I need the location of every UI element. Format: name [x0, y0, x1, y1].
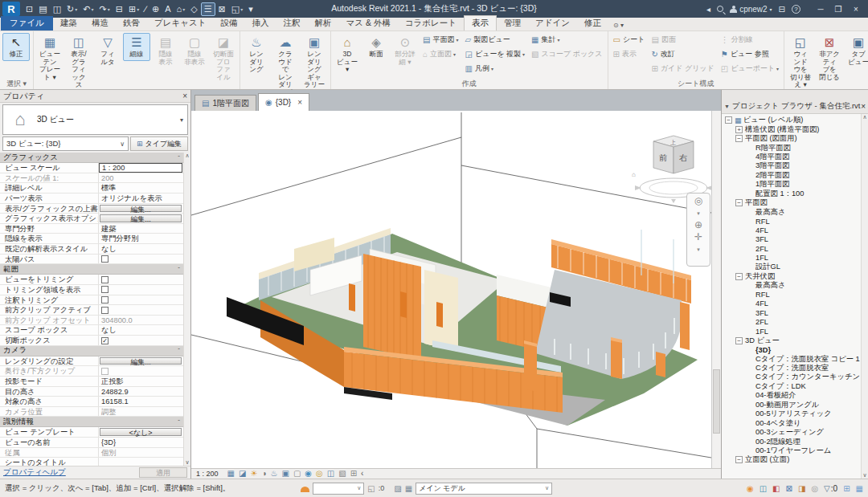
instance-selector[interactable]: 3D ビュー: {3D}∨: [2, 136, 129, 151]
qat-measure-icon[interactable]: ⊞▾: [126, 3, 141, 15]
tree-item[interactable]: 2FL: [722, 244, 861, 253]
property-edit-button[interactable]: 編集...: [100, 357, 182, 365]
view-tab-1階平面図[interactable]: ▤1階平面図: [194, 95, 256, 111]
filter-button[interactable]: ▽フィルタ: [94, 33, 121, 68]
crop-view-icon[interactable]: ▣: [281, 469, 289, 479]
tree-toggle-icon[interactable]: +: [735, 126, 743, 133]
ribbon-tab-コラボレート[interactable]: コラボレート: [398, 16, 464, 31]
tree-item[interactable]: 3階平面図: [722, 161, 861, 170]
property-edit-button[interactable]: 編集...: [100, 205, 182, 213]
render-button[interactable]: ♨レンダリング: [243, 33, 270, 76]
tab-views-button[interactable]: ▣タブ ビュー: [845, 33, 868, 68]
close-request-icon[interactable]: ⊠: [786, 484, 792, 493]
qat-undo-icon[interactable]: ↶▾: [80, 3, 96, 15]
tree-item[interactable]: 3FL: [722, 308, 861, 317]
ribbon-tab-解析[interactable]: 解析: [307, 16, 338, 31]
worksharing-display-icon[interactable]: ◉: [747, 484, 754, 493]
tree-item[interactable]: 1FL: [722, 327, 861, 336]
property-edit-button[interactable]: <なし>: [100, 428, 182, 436]
section-collapse-icon[interactable]: ˆ: [178, 347, 180, 354]
workset-status-icon[interactable]: ◧: [772, 484, 780, 493]
thin-lines-button[interactable]: ☰細線: [123, 33, 150, 61]
tree-item[interactable]: 4FL: [722, 226, 861, 234]
type-selector[interactable]: ⌂ 3D ビュー ▾: [2, 104, 188, 135]
status-corner-b-icon[interactable]: ▦: [856, 484, 863, 493]
ribbon-tab-鉄骨[interactable]: 鉄骨: [116, 16, 147, 31]
tree-item[interactable]: −平面図 (図面用): [722, 134, 861, 143]
property-checkbox[interactable]: [101, 255, 108, 263]
property-value[interactable]: ✓: [98, 336, 183, 345]
view-reference-button[interactable]: ⚑ビュー 参照: [719, 47, 781, 61]
filter-icon[interactable]: ▽:0: [824, 484, 837, 493]
switch-windows-button[interactable]: ◱ウィンドウを 切り替え ▾: [787, 33, 814, 92]
ribbon-tab-構造[interactable]: 構造: [84, 16, 116, 31]
tree-item[interactable]: −天井伏図: [722, 271, 861, 280]
qat-redo-icon[interactable]: ↷▾: [97, 3, 113, 15]
tree-item[interactable]: 00-1ワイヤーフレーム: [722, 446, 861, 455]
ribbon-tab-マス & 外構[interactable]: マス & 外構: [338, 16, 397, 31]
zoom-icon[interactable]: ⊕: [694, 220, 702, 230]
ribbon-tab-挿入[interactable]: 挿入: [244, 16, 276, 31]
navbar-chevron2-icon[interactable]: ▾: [697, 244, 700, 255]
reveal-hidden-elements-icon[interactable]: ◎: [316, 469, 323, 479]
ribbon-display-options[interactable]: ⊙ ▾: [610, 20, 627, 31]
property-value[interactable]: オリジナルを表示: [98, 194, 183, 203]
viewcube-home-icon[interactable]: ⌂: [632, 171, 636, 178]
rendering-dialog-icon[interactable]: ♨: [270, 469, 277, 479]
properties-scrollbar[interactable]: ∧∨: [183, 153, 190, 466]
temporary-view-properties-icon[interactable]: ◫: [327, 469, 334, 479]
tree-item[interactable]: −立面図 (立面): [722, 455, 861, 464]
property-input[interactable]: 1 : 200: [99, 163, 182, 173]
qat-save-icon[interactable]: ◫: [51, 3, 63, 15]
schedules-button[interactable]: ▦集計▾: [529, 33, 604, 47]
tree-item[interactable]: −平面図: [722, 198, 861, 207]
ribbon-tab-管理[interactable]: 管理: [497, 16, 528, 31]
collapse-icon[interactable]: ‹: [361, 469, 363, 479]
qat-section-icon[interactable]: ◇: [188, 3, 199, 15]
close-button[interactable]: ×: [847, 2, 865, 16]
drawing-canvas[interactable]: ⌂ 上 前 右: [191, 111, 711, 468]
property-value[interactable]: [98, 305, 183, 315]
ribbon-tab-修正[interactable]: 修正: [577, 16, 608, 31]
property-checkbox[interactable]: [101, 296, 108, 303]
property-value[interactable]: 建築: [98, 224, 183, 234]
ribbon-tab-設備[interactable]: 設備: [213, 16, 244, 31]
property-value[interactable]: [98, 295, 183, 305]
design-options-icon[interactable]: ▨: [394, 484, 401, 493]
property-checkbox[interactable]: [101, 276, 108, 283]
settings-icon[interactable]: ◎: [811, 484, 818, 493]
tree-item[interactable]: 配置図 1：100: [722, 189, 861, 198]
tree-toggle-icon[interactable]: −: [735, 337, 743, 344]
revisions-button[interactable]: ↻改訂: [649, 47, 716, 61]
view-template-button[interactable]: ▦ビュー テンプレート ▾: [36, 33, 63, 84]
property-value[interactable]: <なし>: [98, 427, 183, 437]
tree-toggle-icon[interactable]: −: [735, 273, 743, 280]
ribbon-tab-表示[interactable]: 表示: [464, 15, 497, 31]
ribbon-tab-ファイル[interactable]: ファイル: [1, 16, 53, 31]
ribbon-tab-建築[interactable]: 建築: [53, 16, 84, 31]
tree-item[interactable]: RFL: [722, 290, 861, 299]
section-button[interactable]: ◈断面: [362, 33, 390, 61]
worksets-icon[interactable]: [301, 487, 309, 492]
qat-switch-windows-icon[interactable]: ◱▾: [229, 3, 245, 15]
property-section-2[interactable]: カメラˆ: [0, 346, 183, 356]
3d-model-view[interactable]: ⌂ 上 前 右: [191, 111, 711, 468]
property-value[interactable]: [98, 458, 183, 466]
editing-requests-icon[interactable]: ◨: [798, 484, 805, 493]
close-inactive-button[interactable]: ⊠非アクティブを 閉じる: [816, 33, 843, 84]
tree-item[interactable]: 2階平面図: [722, 171, 861, 180]
view-tab-close-icon[interactable]: ×: [297, 98, 302, 107]
qat-app-menu-icon[interactable]: ⊡: [23, 3, 35, 15]
tree-toggle-icon[interactable]: −: [735, 199, 743, 206]
revit-logo-icon[interactable]: R: [2, 2, 20, 16]
qat-thin-lines-icon[interactable]: ☰: [201, 2, 215, 16]
tree-toggle-icon[interactable]: −: [735, 456, 743, 463]
plan-views-button[interactable]: ▤平面図▾: [420, 33, 461, 47]
browser-close-icon[interactable]: ×: [861, 102, 866, 111]
property-value[interactable]: [98, 366, 183, 376]
tree-item[interactable]: −3D ビュー: [722, 336, 861, 345]
property-value[interactable]: [98, 255, 183, 264]
sheet-button[interactable]: ▭シート: [611, 33, 648, 47]
property-value[interactable]: [98, 285, 183, 295]
hide-analytical-model-icon[interactable]: ▧: [338, 469, 346, 479]
